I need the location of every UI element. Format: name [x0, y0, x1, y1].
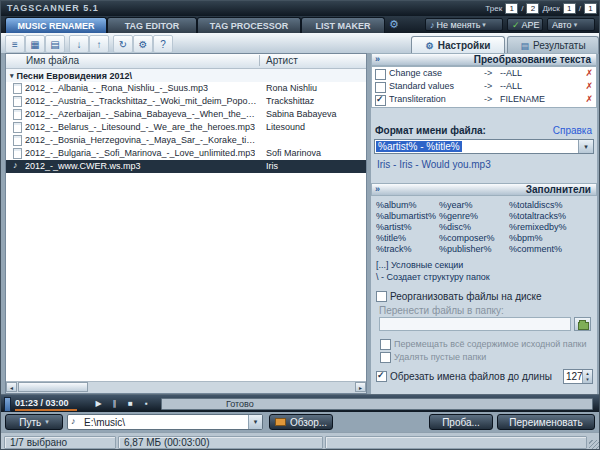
help-link[interactable]: Справка	[553, 125, 592, 136]
remove-icon[interactable]: ✗	[585, 93, 593, 106]
file-row-selected[interactable]: ♪ 2012_-_www.CWER.ws.mp3 Iris	[6, 160, 366, 173]
file-name: 2012_-_Belarus_-_Litesound_-_We_are_the_…	[25, 121, 255, 134]
trim-length-stepper[interactable]: 127 ▴ ▾	[563, 369, 593, 384]
file-row[interactable]: 2012_-_Azerbaijan_-_Sabina_Babayeva_-_Wh…	[6, 108, 366, 121]
auto-dropdown[interactable]: Авто ▾	[547, 18, 595, 31]
tab-results[interactable]: ▤ Результаты	[507, 36, 599, 54]
combo-dropdown-icon[interactable]: ▾	[578, 140, 593, 153]
move-all-checkbox-row[interactable]: Перемещать всё содержимое исходной папки	[376, 339, 592, 351]
path-dropdown-button[interactable]: Путь ▾	[5, 414, 63, 430]
tab-music-renamer[interactable]: MUSIC RENAMER	[5, 17, 107, 33]
file-row[interactable]: 2012_-_Bulgaria_-_Sofi_Marinova_-_Love_u…	[6, 147, 366, 160]
track-separator: /	[521, 4, 523, 13]
file-row[interactable]: 2012_-_Belarus_-_Litesound_-_We_are_the_…	[6, 121, 366, 134]
refresh-button[interactable]: ↻	[113, 35, 133, 53]
expand-icon[interactable]: ▾	[10, 72, 14, 80]
tab-tag-editor[interactable]: TAG EDITOR	[107, 17, 197, 33]
move-all-checkbox[interactable]	[380, 339, 391, 350]
statusbar-spacer	[325, 436, 587, 449]
placeholder-token[interactable]: %artist%	[376, 222, 436, 233]
playback-progress[interactable]	[15, 409, 77, 411]
stepper-buttons[interactable]: ▴ ▾	[582, 370, 592, 383]
scrollbar-thumb[interactable]	[18, 382, 88, 392]
placeholder-token[interactable]: %title%	[376, 233, 436, 244]
placeholder-token[interactable]: %totaldiscs%	[509, 200, 567, 211]
reorganize-checkbox-row[interactable]: Реорганизовать файлы на диске	[376, 291, 592, 303]
resize-grip[interactable]	[589, 440, 600, 450]
reorganize-checkbox[interactable]	[376, 291, 387, 302]
scroll-right-icon[interactable]: ▸	[355, 382, 366, 392]
browse-button[interactable]: Обзор...	[269, 414, 333, 430]
transform-checkbox[interactable]	[375, 95, 386, 106]
placeholder-token[interactable]: %bpm%	[509, 233, 567, 244]
remove-icon[interactable]: ✗	[585, 80, 593, 93]
pause-icon[interactable]: ∥	[107, 397, 122, 411]
move-down-button[interactable]: ↓	[69, 35, 89, 53]
column-artist[interactable]: Артист	[266, 55, 298, 66]
file-row[interactable]: 2012_-_Austria_-_Trackshittaz_-_Woki_mit…	[6, 95, 366, 108]
placeholder-token[interactable]: %albumartist%	[376, 211, 436, 222]
browse-folder-button[interactable]	[574, 317, 591, 331]
placeholder-token[interactable]: %remixedby%	[509, 222, 567, 233]
chevron-down-icon: ▾	[574, 21, 578, 29]
placeholder-token[interactable]: %comment%	[509, 244, 567, 255]
folder-row[interactable]: ▾ Песни Евровидения 2012\	[6, 69, 366, 82]
transform-checkbox[interactable]	[375, 69, 386, 80]
view-details-button[interactable]: ▤	[45, 35, 65, 53]
placeholder-token[interactable]: %disc%	[439, 222, 495, 233]
arrow-up-icon: ↑	[97, 39, 102, 50]
combo-dropdown-icon[interactable]: ▾	[248, 415, 262, 429]
placeholder-token[interactable]: %composer%	[439, 233, 495, 244]
move-to-input[interactable]	[379, 317, 571, 331]
case-mode-dropdown[interactable]: ♪ Не менять ▾	[425, 18, 503, 31]
trim-checkbox[interactable]	[376, 371, 387, 382]
preview-button[interactable]: Проба...	[429, 414, 493, 430]
record-icon[interactable]: ▪	[139, 397, 154, 411]
placeholder-token[interactable]: %track%	[376, 244, 436, 255]
track-number-input[interactable]: 1	[505, 3, 518, 14]
transform-row[interactable]: Standard values -> --ALL ✗	[372, 80, 596, 93]
disc-number-input[interactable]: 1	[563, 3, 576, 14]
scroll-left-icon[interactable]: ◂	[6, 382, 17, 392]
placeholder-token[interactable]: %genre%	[439, 211, 495, 222]
delete-empty-checkbox[interactable]	[380, 352, 391, 363]
format-input[interactable]: %artist% - %title% ▾	[374, 139, 594, 154]
tab-settings[interactable]: ⚙ Настройки	[411, 36, 505, 54]
placeholders-header-label: Заполнители	[526, 184, 591, 195]
ape-toggle[interactable]: ✓ APE	[507, 18, 543, 31]
file-row[interactable]: 2012_-_Bosnia_Herzegovina_-_Maya_Sar_-_K…	[6, 134, 366, 147]
disc-total-input[interactable]: 1	[584, 3, 597, 14]
placeholder-token[interactable]: %year%	[439, 200, 495, 211]
settings-gear-icon[interactable]: ⚙	[389, 18, 399, 31]
placeholder-token[interactable]: %totaltracks%	[509, 211, 567, 222]
settings-panel: » Преобразование текста Change case -> -…	[371, 53, 597, 394]
help-button[interactable]: ?	[153, 35, 173, 53]
remove-icon[interactable]: ✗	[585, 67, 593, 80]
placeholder-token[interactable]: %publisher%	[439, 244, 495, 255]
column-filename[interactable]: Имя файла	[26, 55, 79, 66]
spin-down-icon[interactable]: ▾	[583, 376, 592, 382]
transform-checkbox[interactable]	[375, 82, 386, 93]
tab-tag-processor[interactable]: TAG PROCESSOR	[197, 17, 301, 33]
horizontal-scrollbar[interactable]: ◂ ▸	[6, 381, 366, 393]
trim-checkbox-row[interactable]: Обрезать имена файлов до длины	[376, 371, 556, 383]
file-row[interactable]: 2012_-_Albania_-_Rona_Nishliu_-_Suus.mp3…	[6, 82, 366, 95]
options-button[interactable]: ⚙	[133, 35, 153, 53]
list-icon: ≡	[12, 39, 18, 50]
view-grid-button[interactable]: ▦	[25, 35, 45, 53]
placeholder-token[interactable]: %album%	[376, 200, 436, 211]
player-grip[interactable]	[4, 397, 11, 412]
stop-icon[interactable]: ■	[123, 397, 138, 411]
transform-row[interactable]: Change case -> --ALL ✗	[372, 67, 596, 80]
tab-list-maker[interactable]: LIST MAKER	[301, 17, 385, 33]
move-up-button[interactable]: ↑	[89, 35, 109, 53]
rename-button[interactable]: Переименовать	[497, 414, 595, 430]
transform-row[interactable]: Transliteration -> FILENAME ✗	[372, 93, 596, 106]
track-total-input[interactable]: 2	[526, 3, 539, 14]
play-icon[interactable]: ▶	[91, 397, 106, 411]
folder-structure-note: \ - Создает структуру папок	[376, 272, 490, 282]
path-input[interactable]: ♪ E:\music\ ▾	[67, 414, 263, 430]
delete-empty-checkbox-row[interactable]: Удалять пустые папки	[376, 352, 592, 364]
column-divider[interactable]	[259, 55, 260, 66]
view-list-button[interactable]: ≡	[5, 35, 25, 53]
